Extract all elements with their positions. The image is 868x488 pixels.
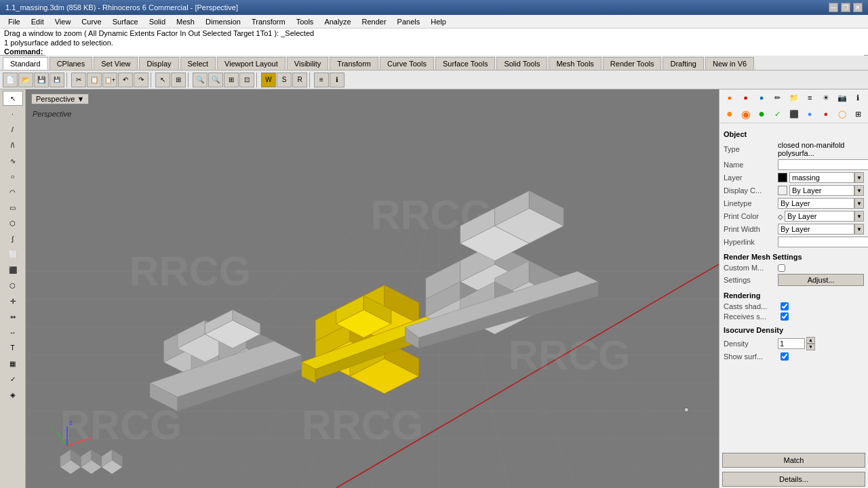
tab-mesh-tools[interactable]: Mesh Tools [549, 57, 601, 70]
match-button[interactable]: Match [722, 453, 865, 468]
restore-btn[interactable]: ❐ [841, 3, 850, 12]
display-color-btn[interactable]: ▼ [854, 185, 864, 196]
tab-curve-tools[interactable]: Curve Tools [380, 57, 434, 70]
rp-icon-sphere-red[interactable]: ● [738, 91, 753, 104]
rectangle-tool[interactable]: ▭ [3, 200, 23, 215]
wireframe-icon[interactable]: W [261, 73, 276, 87]
minimize-btn[interactable]: — [829, 3, 838, 12]
copy-icon[interactable]: 📋 [87, 73, 102, 87]
menu-panels[interactable]: Panels [392, 16, 426, 27]
zoom-out-icon[interactable]: 🔍 [208, 73, 223, 87]
rp-icon-circle-orange2[interactable]: ◉ [738, 107, 753, 121]
adjust-button[interactable]: Adjust... [778, 274, 864, 286]
rp-icon-info[interactable]: ℹ [850, 91, 865, 104]
rp-icon-folder[interactable]: 📁 [787, 91, 802, 104]
tab-surface-tools[interactable]: Surface Tools [435, 57, 495, 70]
rp-icon-green2[interactable]: ⬛ [787, 107, 802, 121]
circle-tool[interactable]: ○ [3, 169, 23, 184]
menu-transform[interactable]: Transform [246, 16, 291, 27]
linetype-btn[interactable]: ▼ [854, 198, 864, 209]
rp-icon-camera[interactable]: 📷 [835, 91, 850, 104]
hyperlink-input[interactable] [778, 237, 868, 247]
show-surf-checkbox[interactable] [781, 352, 789, 361]
name-input[interactable] [778, 159, 868, 170]
cut-icon[interactable]: ✂ [71, 73, 86, 87]
layer-dropdown-btn[interactable]: ▼ [854, 172, 864, 183]
tab-transform[interactable]: Transform [330, 57, 378, 70]
details-button[interactable]: Details... [722, 472, 865, 487]
rp-icon-grid[interactable]: ⊞ [850, 107, 865, 121]
viewport-area[interactable]: RRCG RRCG RRCG RRCG RRCG [26, 89, 719, 488]
print-color-btn[interactable]: ▼ [854, 211, 864, 222]
tab-standard[interactable]: Standard [3, 57, 48, 70]
select-icon[interactable]: ↖ [155, 73, 170, 87]
select2-icon[interactable]: ⊞ [171, 73, 186, 87]
curve-tool[interactable]: ∿ [3, 153, 23, 168]
print-width-btn[interactable]: ▼ [854, 224, 864, 235]
close-btn[interactable]: ✕ [853, 3, 863, 12]
rp-icon-sphere-orange[interactable]: ● [722, 91, 737, 104]
solid-tool[interactable]: ⬡ [3, 278, 23, 293]
open-icon[interactable]: 📂 [18, 73, 33, 87]
shaded-icon[interactable]: S [277, 73, 292, 87]
titlebar-controls[interactable]: — ❐ ✕ [829, 3, 863, 12]
menu-analyze[interactable]: Analyze [319, 16, 356, 27]
transform-tool[interactable]: ✛ [3, 293, 23, 308]
density-input[interactable] [778, 338, 805, 349]
render-tool[interactable]: ◈ [3, 387, 23, 402]
tab-drafting[interactable]: Drafting [663, 57, 704, 70]
freeform-tool[interactable]: ∫ [3, 231, 23, 246]
rp-icon-orange2[interactable]: ◯ [835, 107, 850, 121]
polyline-tool[interactable]: /\ [3, 138, 23, 152]
save-small-icon[interactable]: 💾 [50, 73, 64, 87]
rp-icon-red-sphere[interactable]: ● [818, 107, 833, 121]
rp-icon-pencil[interactable]: ✏ [770, 91, 785, 104]
menu-render[interactable]: Render [357, 16, 392, 27]
receives-s-checkbox[interactable] [781, 312, 789, 321]
extrude-tool[interactable]: ⬛ [3, 262, 23, 277]
rp-icon-sphere-blue[interactable]: ● [754, 91, 769, 104]
tab-cplanes[interactable]: CPlanes [50, 57, 93, 70]
save-icon[interactable]: 💾 [34, 73, 49, 87]
rp-icon-layers[interactable]: ≡ [802, 91, 817, 104]
properties-icon[interactable]: ℹ [330, 73, 344, 87]
command-input[interactable] [45, 47, 864, 56]
zoom-window-icon[interactable]: ⊡ [239, 73, 254, 87]
dimension-tool[interactable]: ↔ [3, 325, 23, 340]
custom-m-checkbox[interactable] [778, 264, 785, 272]
viewport-dropdown[interactable]: Perspective ▼ [31, 94, 89, 104]
menu-edit[interactable]: Edit [26, 16, 50, 27]
tab-viewport-layout[interactable]: Viewport Layout [217, 57, 285, 70]
menu-help[interactable]: Help [425, 16, 452, 27]
rp-icon-sun[interactable]: ☀ [818, 91, 833, 104]
redo-icon[interactable]: ↷ [134, 73, 149, 87]
zoom-extents-icon[interactable]: ⊞ [224, 73, 239, 87]
analyze-tool[interactable]: ✓ [3, 371, 23, 386]
tab-select[interactable]: Select [180, 57, 216, 70]
paste-icon[interactable]: 📋+ [102, 73, 117, 87]
line-tool[interactable]: / [3, 122, 23, 137]
select-tool[interactable]: ↖ [3, 91, 23, 106]
menu-surface[interactable]: Surface [107, 16, 144, 27]
tab-render-tools[interactable]: Render Tools [603, 57, 662, 70]
undo-icon[interactable]: ↶ [118, 73, 133, 87]
tab-new-in-v6[interactable]: New in V6 [705, 57, 754, 70]
rp-icon-circle-orange[interactable]: ● [722, 107, 737, 121]
menu-mesh[interactable]: Mesh [171, 16, 200, 27]
menu-curve[interactable]: Curve [76, 16, 106, 27]
menu-file[interactable]: File [3, 16, 26, 27]
new-icon[interactable]: 📄 [3, 73, 18, 87]
arc-tool[interactable]: ◠ [3, 184, 23, 199]
zoom-in-icon[interactable]: 🔍 [193, 73, 208, 87]
rp-icon-blue-sphere[interactable]: ● [802, 107, 817, 121]
menu-view[interactable]: View [50, 16, 77, 27]
tab-solid-tools[interactable]: Solid Tools [496, 57, 547, 70]
mirror-tool[interactable]: ⇔ [3, 309, 23, 324]
text-tool[interactable]: T [3, 340, 23, 355]
surface-tool[interactable]: ⬜ [3, 247, 23, 262]
casts-shadows-checkbox[interactable] [781, 302, 789, 310]
point-tool[interactable]: · [3, 106, 23, 121]
hatch-tool[interactable]: ▦ [3, 356, 23, 371]
polygon-tool[interactable]: ⬡ [3, 216, 23, 230]
menu-dimension[interactable]: Dimension [200, 16, 246, 27]
